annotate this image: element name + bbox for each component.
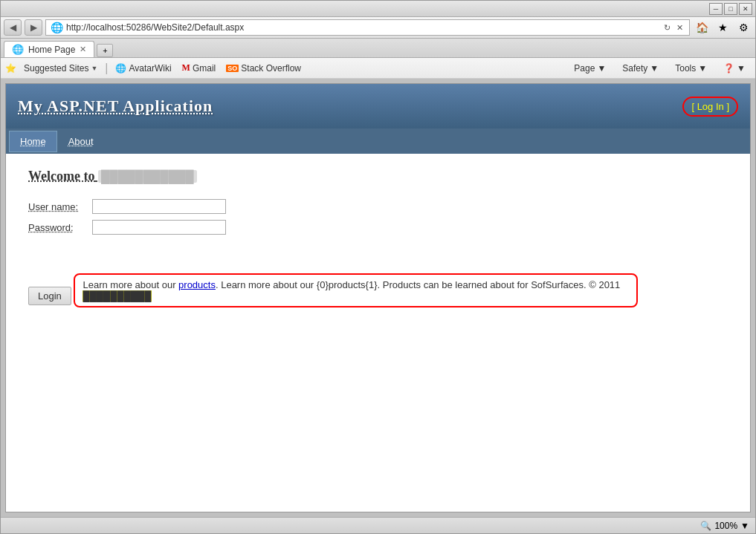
site-name-blurred: ███████████: [98, 170, 197, 183]
footer-text-middle: . Learn more about our {0}products{1}. P…: [216, 279, 620, 290]
fav-sep-1: |: [105, 62, 108, 75]
tab-bar: 🌐 Home Page ✕ +: [1, 39, 755, 58]
favorites-button[interactable]: ★: [714, 19, 731, 36]
safety-menu-button[interactable]: Safety ▼: [617, 61, 664, 76]
app-header: My ASP.NET Application [ Log In ]: [6, 84, 750, 128]
help-arrow-icon: ▼: [737, 63, 746, 74]
stack-overflow-label: Stack Overflow: [241, 63, 301, 74]
zoom-control[interactable]: 🔍 100% ▼: [700, 521, 749, 531]
footer-highlighted-blurred: ██████████: [83, 290, 151, 302]
welcome-text: Welcome to: [28, 169, 94, 183]
nav-home[interactable]: Home: [9, 131, 57, 152]
title-bar-buttons: ─ □ ✕: [709, 3, 752, 15]
favorites-gmail[interactable]: M Gmail: [179, 61, 219, 75]
gmail-icon: M: [182, 62, 190, 74]
username-input[interactable]: [92, 199, 226, 214]
forward-button[interactable]: ▶: [25, 19, 42, 36]
zoom-arrow-icon: ▼: [740, 521, 749, 531]
status-bar: 🔍 100% ▼: [1, 517, 755, 533]
webpage-frame: My ASP.NET Application [ Log In ] Home A…: [5, 83, 751, 512]
favorites-stack-overflow[interactable]: SO Stack Overflow: [223, 62, 304, 75]
page-content: Welcome to ███████████ User name: Passwo…: [6, 154, 750, 512]
avatar-wiki-icon: 🌐: [115, 63, 126, 74]
username-label: User name:: [28, 201, 88, 212]
stop-icon[interactable]: ✕: [675, 23, 685, 33]
tools-menu-button[interactable]: Tools ▼: [670, 61, 712, 76]
help-button[interactable]: ❓ ▼: [718, 61, 751, 76]
tools-label: Tools: [675, 63, 696, 74]
favorites-suggested-sites[interactable]: Suggested Sites ▼: [21, 62, 100, 75]
safety-label: Safety: [622, 63, 647, 74]
settings-button[interactable]: ⚙: [734, 19, 752, 36]
address-text[interactable]: http://localhost:50286/WebSite2/Default.…: [66, 22, 659, 33]
nav-about[interactable]: About: [57, 131, 105, 152]
restore-button[interactable]: □: [724, 3, 737, 15]
stack-overflow-icon: SO: [226, 65, 239, 72]
zoom-level: 100%: [714, 521, 737, 531]
safety-arrow-icon: ▼: [650, 63, 659, 74]
favorites-star-icon: ⭐: [5, 63, 16, 74]
avatar-wiki-label: AvatarWiki: [129, 63, 171, 74]
products-link[interactable]: products: [178, 279, 216, 290]
tab-favicon: 🌐: [12, 44, 24, 55]
home-button[interactable]: 🏠: [693, 19, 711, 36]
tab-title: Home Page: [28, 45, 75, 55]
page-icon: 🌐: [51, 22, 63, 33]
title-bar: ─ □ ✕: [1, 1, 755, 17]
address-bar[interactable]: 🌐 http://localhost:50286/WebSite2/Defaul…: [45, 19, 690, 36]
app-title: My ASP.NET Application: [18, 97, 213, 116]
new-tab-button[interactable]: +: [97, 44, 113, 57]
browser-window: ─ □ ✕ ◀ ▶ 🌐 http://localhost:50286/WebSi…: [0, 0, 756, 534]
password-input[interactable]: [92, 220, 226, 235]
page-label: Page: [574, 63, 595, 74]
footer-text: Learn more about our products. Learn mor…: [74, 273, 637, 307]
address-bar-area: ◀ ▶ 🌐 http://localhost:50286/WebSite2/De…: [1, 17, 755, 39]
active-tab[interactable]: 🌐 Home Page ✕: [4, 41, 94, 57]
refresh-icon[interactable]: ↻: [662, 23, 672, 33]
welcome-heading: Welcome to ███████████: [28, 169, 728, 184]
page-arrow-icon: ▼: [597, 63, 606, 74]
password-row: Password:: [28, 220, 728, 235]
tab-close-button[interactable]: ✕: [80, 45, 86, 54]
favorites-toolbar-bar: ⭐ Suggested Sites ▼ | 🌐 AvatarWiki M Gma…: [1, 58, 755, 79]
zoom-icon: 🔍: [700, 521, 711, 531]
tools-arrow-icon: ▼: [698, 63, 707, 74]
close-button[interactable]: ✕: [739, 3, 752, 15]
content-area: My ASP.NET Application [ Log In ] Home A…: [1, 79, 755, 517]
app-nav: Home About: [6, 128, 750, 154]
password-label: Password:: [28, 222, 88, 233]
back-button[interactable]: ◀: [4, 19, 22, 36]
username-row: User name:: [28, 199, 728, 214]
minimize-button[interactable]: ─: [709, 3, 723, 15]
page-menu-button[interactable]: Page ▼: [569, 61, 611, 76]
gmail-label: Gmail: [193, 63, 216, 74]
login-button[interactable]: Login: [28, 287, 71, 305]
right-toolbar-buttons: 🏠 ★ ⚙: [693, 19, 752, 36]
help-icon: ❓: [723, 63, 734, 74]
footer-text-before: Learn more about our: [83, 279, 178, 290]
favorites-avatar-wiki[interactable]: 🌐 AvatarWiki: [112, 62, 174, 75]
login-link[interactable]: [ Log In ]: [682, 97, 738, 117]
suggested-sites-label: Suggested Sites: [24, 63, 88, 74]
suggested-sites-arrow: ▼: [91, 65, 97, 72]
